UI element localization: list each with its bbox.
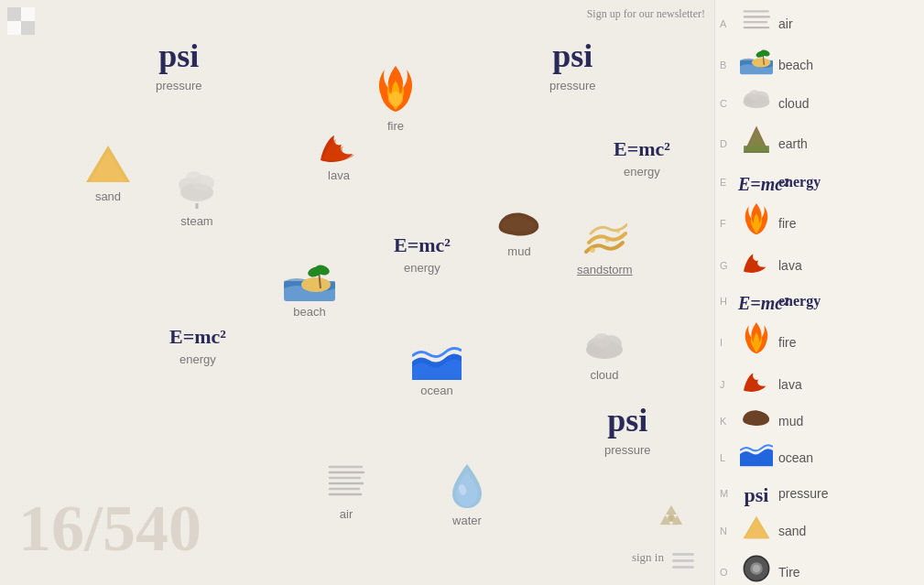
svg-rect-3 (7, 21, 21, 35)
sidebar-letter-n: N (720, 525, 727, 536)
sidebar-item-tire[interactable]: O Tire (715, 550, 924, 585)
svg-point-43 (748, 90, 760, 101)
mud-icon (495, 206, 544, 241)
sidebar-item-beach[interactable]: B beach (715, 45, 924, 84)
air-icon (325, 458, 367, 504)
sidebar-sand-icon (738, 514, 775, 547)
svg-rect-1 (21, 21, 35, 35)
svg-point-17 (590, 247, 595, 253)
svg-point-19 (616, 230, 620, 233)
element-beach[interactable]: beach (284, 261, 335, 319)
sidebar-beach-name: beach (778, 58, 813, 72)
element-water[interactable]: water (449, 462, 485, 527)
emc2-label-top-right: E=mc² (614, 137, 670, 161)
lava-icon (316, 128, 362, 165)
sidebar-lava-j-icon (738, 368, 775, 400)
sidebar-letter-g: G (720, 260, 728, 271)
element-mud[interactable]: mud (495, 206, 544, 258)
sidebar-air-name: air (778, 16, 793, 31)
sidebar-letter-f: F (720, 218, 726, 229)
psi-sublabel-top-right: pressure (549, 79, 596, 92)
emc2-sublabel-top-right: energy (624, 165, 660, 179)
element-steam[interactable]: steam (174, 165, 220, 228)
sidebar-tire-name: Tire (778, 565, 800, 580)
sidebar-letter-o: O (720, 567, 728, 578)
sidebar-item-pressure[interactable]: M psi pressure (715, 476, 924, 511)
sidebar-item-air[interactable]: A air (715, 2, 924, 45)
emc2-label-center: E=mc² (394, 233, 451, 257)
element-lava[interactable]: lava (316, 128, 362, 182)
psi-label-bottom-right: psi (607, 401, 647, 439)
svg-marker-48 (745, 520, 767, 539)
sidebar-lava-g-name: lava (778, 258, 802, 273)
sidebar-item-cloud[interactable]: C cloud (715, 84, 924, 122)
mud-label: mud (507, 244, 530, 258)
sidebar-energy-h-icon: E=mc² (738, 287, 775, 316)
hamburger-menu[interactable] (672, 553, 694, 569)
svg-point-9 (186, 171, 202, 184)
sidebar-tire-icon (738, 553, 775, 585)
sidebar-fire-i-icon (738, 321, 775, 363)
sidebar-energy-icon-1: E=mc² (738, 168, 775, 197)
sidebar-item-lava-g[interactable]: G lava (715, 246, 924, 284)
psi-label-top-right: psi (552, 37, 592, 75)
recycle-button[interactable] (655, 502, 688, 535)
sidebar-item-lava-j[interactable]: J lava (715, 365, 924, 403)
sidebar-item-energy-1[interactable]: E E=mc² energy (715, 165, 924, 200)
corner-logo (7, 7, 35, 35)
hamburger-line-2 (672, 559, 694, 562)
steam-label: steam (180, 214, 212, 228)
element-emc2-top-right[interactable]: E=mc² energy (614, 137, 670, 179)
sidebar-cloud-name: cloud (778, 96, 809, 111)
newsletter-link[interactable]: Sign up for our newsletter! (587, 7, 705, 21)
element-sandstorm[interactable]: sandstorm (577, 215, 633, 276)
svg-rect-0 (7, 7, 21, 21)
svg-point-51 (753, 565, 761, 573)
sign-in-area[interactable]: sign in (632, 548, 664, 565)
sidebar-item-mud[interactable]: K mud (715, 403, 924, 439)
element-fire[interactable]: fire (375, 64, 416, 133)
sidebar-item-fire[interactable]: F fire (715, 200, 924, 246)
psi-sublabel-top-left: pressure (156, 79, 202, 92)
beach-label: beach (293, 305, 325, 319)
element-air[interactable]: air (325, 458, 367, 521)
ocean-label: ocean (420, 384, 452, 397)
sidebar-fire-i-name: fire (778, 335, 796, 350)
svg-point-18 (605, 239, 609, 243)
sidebar-cloud-icon (738, 87, 775, 119)
element-psi-bottom-right[interactable]: psi pressure (604, 401, 651, 457)
sidebar-letter-h: H (720, 296, 727, 307)
element-psi-top-left[interactable]: psi pressure (156, 37, 202, 92)
element-emc2-center[interactable]: E=mc² energy (394, 233, 451, 275)
element-cloud[interactable]: cloud (582, 330, 627, 382)
sidebar-letter-l: L (720, 452, 725, 463)
element-emc2-left[interactable]: E=mc² energy (169, 325, 226, 366)
element-sand[interactable]: sand (82, 142, 134, 203)
element-psi-top-right[interactable]: psi pressure (549, 37, 596, 92)
sand-icon (82, 142, 134, 186)
sidebar-ocean-name: ocean (778, 450, 813, 465)
svg-marker-5 (90, 151, 126, 182)
sidebar-item-energy-h[interactable]: H E=mc² energy (715, 284, 924, 319)
sidebar-letter-i: I (720, 337, 723, 348)
cloud-icon (582, 330, 627, 364)
lava-label: lava (328, 168, 350, 182)
sidebar-item-fire-i[interactable]: I fire (715, 319, 924, 365)
sidebar-earth-name: earth (778, 136, 808, 151)
psi-sublabel-bottom-right: pressure (604, 443, 651, 457)
fire-label: fire (387, 119, 404, 133)
sign-in-link[interactable]: sign in (632, 550, 664, 564)
sidebar-item-ocean[interactable]: L ocean (715, 439, 924, 476)
svg-point-13 (301, 277, 331, 292)
main-canvas[interactable]: Sign up for our newsletter! psi pressure… (0, 0, 714, 585)
sidebar-item-sand[interactable]: N sand (715, 511, 924, 550)
fire-icon (375, 64, 416, 115)
steam-icon (174, 165, 220, 211)
ocean-icon (412, 343, 462, 380)
sidebar-item-earth[interactable]: D earth (715, 122, 924, 165)
beach-icon (284, 261, 335, 301)
sidebar-air-icon (738, 5, 775, 42)
element-ocean[interactable]: ocean (412, 343, 462, 397)
svg-point-11 (388, 92, 403, 106)
sidebar-letter-m: M (720, 488, 728, 499)
